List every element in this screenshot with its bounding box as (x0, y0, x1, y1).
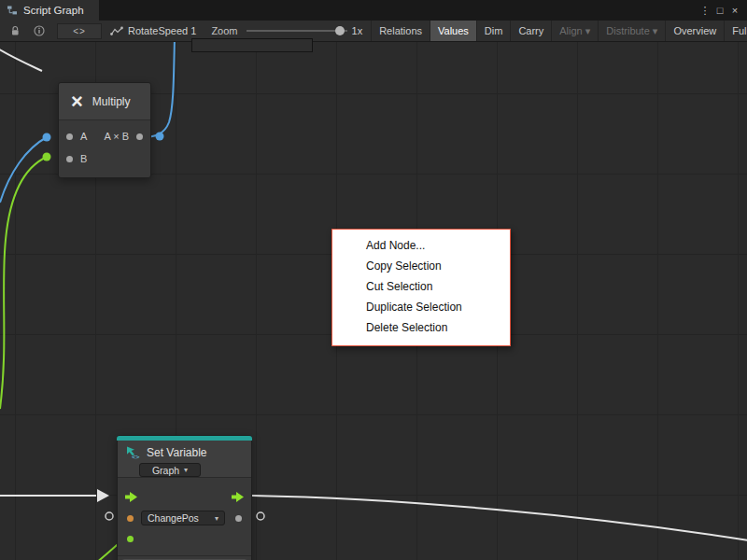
multiply-icon: × (71, 91, 83, 112)
carry-button[interactable]: Carry (510, 21, 551, 41)
window-controls: ⋮ □ × (698, 0, 747, 21)
wire-end-blue-a[interactable] (43, 133, 51, 142)
overview-button[interactable]: Overview (665, 21, 724, 41)
setvar-accent-strip (117, 436, 252, 441)
node-set-variable[interactable]: <> Set Variable Graph ▾ Chang (117, 435, 252, 560)
zoom-slider[interactable] (247, 25, 347, 36)
zoom-slider-thumb[interactable] (335, 26, 345, 35)
setvar-variable-row: ChangePos ▾ (118, 508, 251, 528)
multiply-body: A A × B B (59, 120, 150, 177)
variable-name-dropdown[interactable]: ChangePos ▾ (141, 511, 225, 525)
menu-item-add-node[interactable]: Add Node... (332, 235, 510, 256)
set-variable-icon: <> (125, 445, 140, 460)
zoom-label: Zoom (211, 25, 237, 36)
flow-in-arrow-icon[interactable] (125, 492, 137, 502)
flow-out-arrow-icon[interactable] (232, 492, 244, 502)
tab-script-graph[interactable]: Script Graph (0, 0, 99, 21)
multiply-row-b: B (59, 147, 150, 170)
svg-text:<>: <> (132, 454, 139, 460)
lock-icon[interactable] (6, 25, 24, 36)
setvar-divider (118, 555, 251, 556)
variable-scope-label: Graph (152, 465, 179, 476)
wire-blue-input[interactable] (0, 137, 47, 203)
port-label-output: A × B (104, 131, 129, 142)
relations-button[interactable]: Relations (371, 21, 430, 41)
port-label-b: B (80, 153, 87, 164)
menu-item-cut-selection[interactable]: Cut Selection (332, 276, 510, 297)
setvar-flow-row (118, 485, 251, 508)
wire-white-flow-out[interactable] (252, 496, 747, 540)
script-graph-icon (7, 5, 18, 16)
zoom-value: 1x (352, 25, 363, 36)
window-menu-icon[interactable]: ⋮ (698, 0, 712, 21)
tab-title: Script Graph (23, 5, 84, 16)
distribute-dropdown: Distribute ▾ (598, 21, 665, 41)
port-value-output[interactable] (235, 515, 242, 522)
fullscreen-button[interactable]: Full Screen (724, 21, 747, 41)
wire-end-blue-out[interactable] (156, 133, 164, 141)
menu-item-delete-selection[interactable]: Delete Selection (332, 317, 510, 338)
menu-item-copy-selection[interactable]: Copy Selection (332, 256, 510, 276)
wire-white-topleft[interactable] (0, 48, 42, 71)
flow-arrowhead (97, 489, 109, 502)
unconnected-port-right[interactable] (257, 512, 264, 520)
setvar-body: ChangePos ▾ (118, 478, 251, 560)
info-icon[interactable] (30, 25, 49, 36)
code-view-toggle[interactable]: <> (57, 23, 102, 39)
graph-toolbar: <> RotateSpeed 1 Zoom 1x Relations Value… (0, 21, 747, 42)
wire-end-green-b[interactable] (43, 153, 51, 161)
multiply-header[interactable]: × Multiply (59, 83, 150, 120)
variable-name-label: ChangePos (148, 512, 199, 524)
setvar-title: Set Variable (147, 446, 206, 459)
graph-title-field[interactable] (191, 38, 313, 52)
multiply-row-a: A A × B (59, 125, 150, 147)
multiply-title: Multiply (92, 95, 131, 108)
port-input-b[interactable] (66, 156, 73, 162)
menu-item-duplicate-selection[interactable]: Duplicate Selection (332, 297, 510, 317)
align-dropdown: Align ▾ (551, 21, 598, 41)
values-button[interactable]: Values (430, 21, 476, 41)
chevron-down-icon: ▾ (184, 466, 188, 474)
zoom-slider-track[interactable] (247, 30, 347, 32)
graph-canvas[interactable]: × Multiply A A × B B <> (0, 42, 747, 560)
unit-name-label: RotateSpeed 1 (128, 25, 196, 36)
current-unit-breadcrumb: RotateSpeed 1 (110, 25, 196, 36)
maximize-icon[interactable]: □ (712, 0, 727, 21)
context-menu: Add Node... Copy Selection Cut Selection… (331, 229, 511, 346)
port-label-a: A (80, 131, 87, 142)
wire-green-left[interactable] (0, 157, 47, 409)
close-icon[interactable]: × (727, 0, 742, 21)
port-output-axb[interactable] (136, 133, 143, 140)
chevron-down-icon: ▾ (215, 514, 218, 523)
dim-button[interactable]: Dim (476, 21, 511, 41)
variable-scope-dropdown[interactable]: Graph ▾ (139, 463, 201, 477)
node-multiply[interactable]: × Multiply A A × B B (58, 82, 151, 178)
port-value-input[interactable] (127, 536, 134, 542)
unconnected-port-left[interactable] (106, 512, 113, 520)
port-input-a[interactable] (66, 133, 73, 140)
setvar-value-row (118, 528, 251, 549)
window-titlebar: Script Graph ⋮ □ × (0, 0, 747, 21)
toolbar-button-group: Relations Values Dim Carry Align ▾ Distr… (371, 21, 747, 41)
setvar-header[interactable]: <> Set Variable Graph ▾ (118, 441, 251, 478)
port-variable-input[interactable] (127, 515, 134, 522)
graph-signal-icon (110, 26, 123, 36)
code-toggle-glyph: <> (73, 26, 86, 36)
